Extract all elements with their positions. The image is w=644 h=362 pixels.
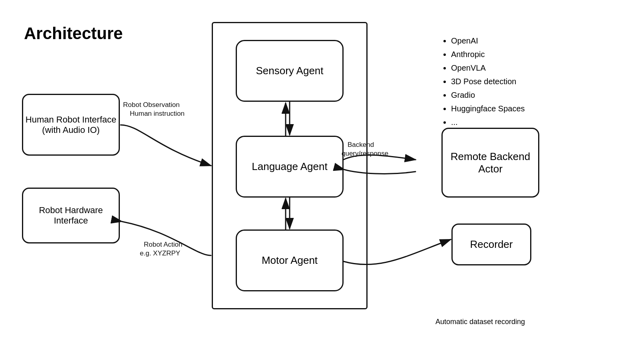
auto-recording-label: Automatic dataset recording bbox=[435, 318, 525, 326]
language-agent-box: Language Agent bbox=[236, 136, 344, 198]
human-robot-interface-box: Human Robot Interface(with Audio IO) bbox=[22, 94, 120, 156]
motor-agent-box: Motor Agent bbox=[236, 229, 344, 291]
svg-text:e.g. XYZRPY: e.g. XYZRPY bbox=[140, 249, 180, 257]
list-item-ellipsis: ... bbox=[451, 115, 525, 129]
recorder-box: Recorder bbox=[451, 224, 531, 265]
list-item-gradio: Gradio bbox=[451, 88, 525, 102]
sensory-agent-label: Sensory Agent bbox=[256, 65, 323, 77]
recorder-label: Recorder bbox=[470, 238, 513, 251]
list-item-anthropic: Anthropic bbox=[451, 47, 525, 61]
human-robot-interface-label: Human Robot Interface(with Audio IO) bbox=[26, 115, 116, 135]
svg-text:Human instruction: Human instruction bbox=[130, 110, 185, 117]
list-item-openai: OpenAI bbox=[451, 34, 525, 47]
list-item-openvla: OpenVLA bbox=[451, 61, 525, 75]
list-item-huggingface: Huggingface Spaces bbox=[451, 102, 525, 115]
svg-text:Robot Observation: Robot Observation bbox=[123, 101, 180, 109]
motor-agent-label: Motor Agent bbox=[262, 254, 318, 267]
robot-hardware-interface-box: Robot HardwareInterface bbox=[22, 188, 120, 243]
remote-backend-actor-label: Remote BackendActor bbox=[451, 150, 530, 175]
remote-backend-actor-box: Remote BackendActor bbox=[441, 128, 539, 198]
language-agent-label: Language Agent bbox=[252, 160, 327, 173]
page: Architecture Sensory Agent Language Agen… bbox=[0, 0, 644, 362]
robot-hardware-interface-label: Robot HardwareInterface bbox=[39, 205, 103, 226]
page-title: Architecture bbox=[24, 24, 123, 43]
svg-text:Robot Action: Robot Action bbox=[144, 241, 182, 248]
provider-list: OpenAI Anthropic OpenVLA 3D Pose detecti… bbox=[441, 34, 525, 129]
list-item-3dpose: 3D Pose detection bbox=[451, 75, 525, 88]
sensory-agent-box: Sensory Agent bbox=[236, 40, 344, 102]
